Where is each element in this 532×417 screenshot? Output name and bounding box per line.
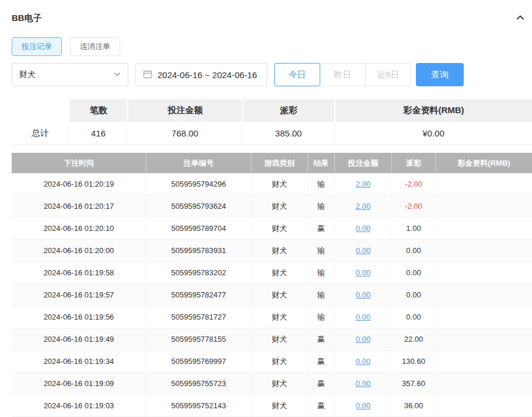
page-title: BB电子: [12, 13, 42, 24]
table-row: 2024-06-16 01:20:00 5059595783931 财犬 输 0…: [12, 240, 532, 262]
cell-game-type: 财犬: [251, 351, 307, 372]
cell-bet-time: 2024-06-16 01:20:19: [12, 173, 146, 195]
bb-electronic-panel: BB电子 投注记录 连消注单 财犬 2024-06-16 ~ 2024-06-1…: [0, 0, 532, 417]
cell-bet-amount: 2.00: [334, 173, 391, 195]
cell-order-id: 5059595789704: [146, 218, 251, 239]
cell-bonus: [435, 351, 532, 372]
cell-payout: 130.60: [391, 351, 435, 372]
cell-payout: -2.00: [391, 195, 435, 217]
cell-game-type: 财犬: [251, 240, 307, 261]
cell-payout: 0.00: [391, 240, 435, 261]
cell-result: 赢: [307, 218, 334, 239]
cell-payout: 357.60: [391, 373, 435, 394]
table-body: 2024-06-16 01:20:19 5059595794296 财犬 输 2…: [12, 173, 532, 417]
summary-header-row: 笔数 投注金额 派彩 彩金资料(RMB): [12, 99, 532, 122]
cell-bet-time: 2024-06-16 01:19:49: [12, 328, 146, 350]
cell-bet-amount: 0.00: [334, 351, 391, 372]
summary-header-blank: [12, 99, 69, 122]
cell-bet-amount: 0.00: [334, 328, 391, 350]
cell-order-id: 5059595782477: [146, 284, 251, 306]
cell-order-id: 5059595794296: [146, 173, 251, 195]
cell-bet-time: 2024-06-16 01:19:34: [12, 351, 146, 372]
cell-bonus: [435, 373, 532, 394]
cell-bet-amount: 0.00: [334, 218, 391, 239]
cell-game-type: 财犬: [251, 328, 307, 350]
cell-result: 输: [307, 306, 334, 328]
cell-bonus: [435, 328, 532, 350]
bet-amount-link[interactable]: 0.00: [356, 379, 370, 388]
cell-payout: 0.00: [391, 262, 435, 283]
bet-records-table: 下注时间 注单编号 游戏类别 结果 投注金额 派彩 彩金资料(RMB) 2024…: [12, 153, 532, 417]
quick-today-button[interactable]: 今日: [274, 63, 320, 86]
bet-amount-link[interactable]: 2.00: [356, 180, 370, 188]
bet-amount-link[interactable]: 0.00: [356, 313, 370, 321]
cell-bonus: [435, 284, 532, 306]
cell-bet-amount: 0.00: [334, 262, 391, 283]
cell-bet-time: 2024-06-16 01:19:56: [12, 306, 146, 328]
game-select[interactable]: 财犬: [12, 63, 128, 86]
cell-bet-time: 2024-06-16 01:19:58: [12, 262, 146, 283]
table-row: 2024-06-16 01:19:58 5059595783202 财犬 输 0…: [12, 262, 532, 284]
cell-bet-amount: 0.00: [334, 395, 391, 416]
bet-amount-link[interactable]: 0.00: [356, 224, 370, 233]
chevron-up-icon: [516, 13, 525, 24]
bet-amount-link[interactable]: 0.00: [356, 335, 370, 344]
tab-betting-records[interactable]: 投注记录: [12, 37, 62, 56]
summary-header-payout: 派彩: [242, 99, 334, 122]
date-range-picker[interactable]: 2024-06-16 ~ 2024-06-16: [135, 63, 267, 86]
bet-amount-link[interactable]: 0.00: [356, 401, 370, 410]
game-select-value: 财犬: [19, 69, 36, 80]
bet-amount-link[interactable]: 0.00: [356, 246, 370, 255]
table-row: 2024-06-16 01:19:03 5059595752143 财犬 赢 0…: [12, 395, 532, 417]
cell-payout: -2.00: [391, 173, 435, 195]
cell-bet-amount: 0.00: [334, 306, 391, 328]
bet-amount-link[interactable]: 0.00: [356, 357, 370, 366]
query-button[interactable]: 查询: [416, 63, 464, 86]
cell-bonus: [435, 195, 532, 217]
cell-order-id: 5059595781727: [146, 306, 251, 328]
cell-payout: 0.00: [391, 306, 435, 328]
header-payout: 派彩: [391, 153, 435, 173]
cell-order-id: 5059595778155: [146, 328, 251, 350]
cell-bonus: [435, 218, 532, 239]
cell-game-type: 财犬: [251, 373, 307, 394]
cell-result: 赢: [307, 328, 334, 350]
cell-bonus: [435, 173, 532, 195]
cell-result: 输: [307, 284, 334, 306]
cell-bet-time: 2024-06-16 01:20:00: [12, 240, 146, 261]
cell-bet-amount: 0.00: [334, 240, 391, 261]
cell-game-type: 财犬: [251, 173, 307, 195]
cell-game-type: 财犬: [251, 262, 307, 283]
cell-bet-amount: 2.00: [334, 195, 391, 217]
header-result: 结果: [307, 153, 334, 173]
cell-result: 赢: [307, 351, 334, 372]
quick-last8days-button[interactable]: 近8日: [365, 63, 411, 86]
cell-bet-time: 2024-06-16 01:20:17: [12, 195, 146, 217]
table-row: 2024-06-16 01:19:34 5059595769997 财犬 赢 0…: [12, 351, 532, 373]
table-row: 2024-06-16 01:19:57 5059595782477 财犬 输 0…: [12, 284, 532, 306]
cell-bet-time: 2024-06-16 01:19:03: [12, 395, 146, 416]
cell-result: 输: [307, 173, 334, 195]
table-row: 2024-06-16 01:19:56 5059595781727 财犬 输 0…: [12, 306, 532, 328]
header-game-type: 游戏类别: [251, 153, 307, 173]
bet-amount-link[interactable]: 2.00: [356, 202, 370, 211]
bet-amount-link[interactable]: 0.00: [356, 268, 370, 277]
tab-cancelled-orders[interactable]: 连消注单: [70, 37, 120, 56]
cell-bonus: [435, 395, 532, 416]
table-row: 2024-06-16 01:20:10 5059595789704 财犬 赢 0…: [12, 218, 532, 240]
header-bonus: 彩金资料(RMB): [435, 153, 532, 173]
table-row: 2024-06-16 01:20:19 5059595794296 财犬 输 2…: [12, 173, 532, 195]
table-header-row: 下注时间 注单编号 游戏类别 结果 投注金额 派彩 彩金资料(RMB): [12, 153, 532, 173]
cell-game-type: 财犬: [251, 395, 307, 416]
quick-yesterday-button[interactable]: 昨日: [320, 63, 366, 86]
cell-payout: 36.00: [391, 395, 435, 416]
cell-bonus: [435, 306, 532, 328]
bet-amount-link[interactable]: 0.00: [356, 290, 370, 299]
header-order-id: 注单编号: [146, 153, 251, 173]
collapse-panel-button[interactable]: [516, 13, 525, 24]
table-row: 2024-06-16 01:19:49 5059595778155 财犬 赢 0…: [12, 328, 532, 351]
header-bet-amount: 投注金额: [334, 153, 391, 173]
table-row: 2024-06-16 01:20:17 5059595793624 财犬 输 2…: [12, 195, 532, 218]
cell-result: 输: [307, 195, 334, 217]
cell-payout: 0.00: [391, 284, 435, 306]
